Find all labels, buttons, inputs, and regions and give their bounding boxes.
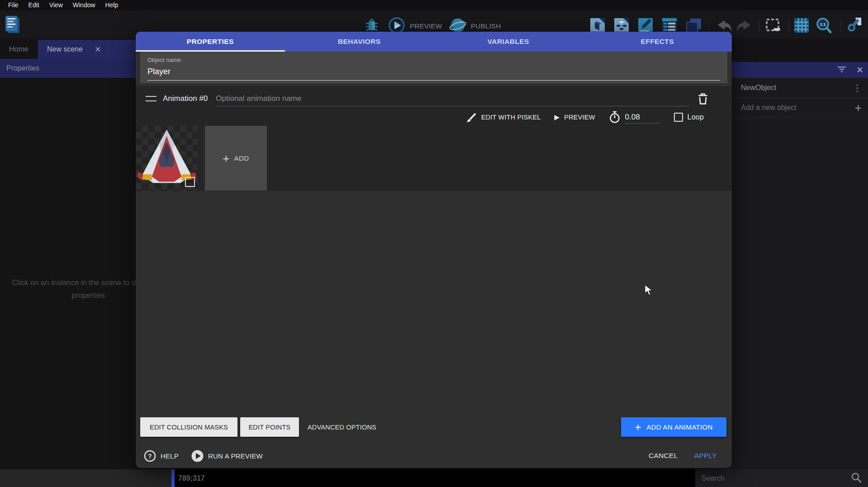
- animation-name-input[interactable]: [216, 91, 689, 106]
- animation-section: Animation #0 EDIT WITH PISKEL: [136, 86, 732, 191]
- edit-collision-masks-button[interactable]: EDIT COLLISION MASKS: [140, 417, 237, 437]
- menu-window[interactable]: Window: [68, 0, 100, 10]
- status-bar: 789;317: [0, 469, 868, 487]
- help-icon: ?: [144, 450, 156, 462]
- properties-panel-title: Properties: [6, 64, 39, 72]
- add-frame-button[interactable]: + ADD: [205, 126, 267, 191]
- search-icon[interactable]: [851, 472, 862, 485]
- svg-text:1:1: 1:1: [820, 22, 825, 27]
- add-animation-label: ADD AN ANIMATION: [646, 423, 712, 431]
- search-input[interactable]: [702, 474, 851, 482]
- menu-edit[interactable]: Edit: [24, 0, 44, 10]
- trash-icon: [697, 91, 709, 106]
- object-editor-dialog: PROPERTIES BEHAVIORS VARIABLES EFFECTS O…: [136, 32, 732, 468]
- object-name-label: NewObject: [741, 84, 853, 92]
- apply-button[interactable]: APPLY: [694, 452, 717, 460]
- menu-bar: File Edit View Window Help: [0, 0, 868, 10]
- preview-button[interactable]: PREVIEW: [410, 22, 442, 30]
- filter-icon[interactable]: [837, 66, 846, 75]
- advanced-options-button[interactable]: ADVANCED OPTIONS: [301, 417, 383, 437]
- mouse-cursor: [644, 284, 654, 298]
- cursor-coordinates: 789;317: [178, 474, 205, 482]
- preview-animation-label: PREVIEW: [564, 114, 595, 121]
- settings-wrench-icon[interactable]: [845, 17, 862, 34]
- loop-toggle[interactable]: Loop: [674, 113, 704, 122]
- svg-text:?: ?: [148, 452, 152, 459]
- redo-icon[interactable]: [736, 17, 754, 34]
- menu-view[interactable]: View: [45, 0, 67, 10]
- grid-icon[interactable]: [793, 17, 810, 34]
- edit-with-piskel-button[interactable]: EDIT WITH PISKEL: [466, 112, 541, 123]
- cancel-button[interactable]: CANCEL: [649, 452, 678, 460]
- object-name-label: Object name: [147, 57, 720, 63]
- drag-handle-icon[interactable]: [146, 96, 157, 101]
- plus-icon: +: [223, 153, 229, 164]
- dialog-tab-bar: PROPERTIES BEHAVIORS VARIABLES EFFECTS: [136, 32, 732, 52]
- search-bar: [695, 469, 868, 487]
- dialog-tab-properties[interactable]: PROPERTIES: [136, 32, 285, 52]
- delete-animation-button[interactable]: [694, 90, 712, 108]
- animation-tools-row: EDIT WITH PISKEL ▶ PREVIEW: [136, 109, 732, 126]
- scene-canvas-strip[interactable]: 789;317: [175, 469, 695, 487]
- animation-title: Animation #0: [163, 94, 208, 103]
- add-animation-button[interactable]: + ADD AN ANIMATION: [621, 417, 726, 437]
- run-preview-icon: [191, 450, 204, 462]
- project-manager-icon[interactable]: [3, 15, 23, 35]
- sprite-frame-thumbnail[interactable]: [136, 126, 198, 191]
- time-between-frames-input[interactable]: [625, 111, 660, 124]
- edit-points-button[interactable]: EDIT POINTS: [240, 417, 299, 437]
- add-object-plus-icon[interactable]: +: [855, 102, 862, 114]
- publish-button[interactable]: PUBLISH: [471, 22, 501, 30]
- animation-header-row: Animation #0: [136, 89, 732, 109]
- tab-new-scene[interactable]: New scene ✕: [38, 40, 137, 59]
- run-a-preview-button[interactable]: RUN A PREVIEW: [191, 450, 263, 462]
- preview-animation-button[interactable]: ▶ PREVIEW: [555, 113, 595, 121]
- dialog-buttons-row: EDIT COLLISION MASKS EDIT POINTS ADVANCE…: [136, 417, 732, 437]
- run-a-preview-label: RUN A PREVIEW: [208, 452, 263, 460]
- object-name-input[interactable]: [147, 63, 720, 81]
- timer-icon: [609, 111, 621, 124]
- canvas-edge-highlight: [171, 469, 175, 487]
- tab-home-label: Home: [9, 45, 28, 53]
- object-name-block: Object name: [140, 52, 727, 83]
- frame-select-checkbox[interactable]: [185, 177, 195, 187]
- help-button[interactable]: ? HELP: [144, 450, 179, 462]
- gdevelop-app: File Edit View Window Help: [0, 0, 868, 487]
- loop-checkbox[interactable]: [674, 113, 683, 122]
- edit-with-piskel-label: EDIT WITH PISKEL: [481, 114, 541, 121]
- dialog-footer: ? HELP RUN A PREVIEW CANCEL APPLY: [136, 444, 732, 468]
- play-icon: ▶: [555, 113, 560, 121]
- frames-row: + ADD: [136, 126, 267, 191]
- menu-file[interactable]: File: [4, 0, 23, 10]
- object-menu-icon[interactable]: ⋮: [853, 83, 862, 92]
- tab-new-scene-label: New scene: [47, 45, 83, 53]
- add-frame-label: ADD: [234, 154, 249, 162]
- time-between-frames-field: [609, 111, 660, 124]
- zoom-1-1-icon[interactable]: 1:1: [815, 17, 832, 34]
- add-object-label: Add a new object: [741, 104, 855, 112]
- tab-home[interactable]: Home: [0, 40, 38, 59]
- close-panel-icon[interactable]: ✕: [856, 65, 863, 75]
- menu-help[interactable]: Help: [101, 0, 123, 10]
- loop-label: Loop: [688, 113, 704, 121]
- plus-icon: +: [635, 422, 641, 433]
- dialog-tab-variables[interactable]: VARIABLES: [434, 32, 583, 52]
- dialog-tab-behaviors[interactable]: BEHAVIORS: [285, 32, 434, 52]
- dialog-tab-effects[interactable]: EFFECTS: [583, 32, 732, 52]
- brush-icon: [466, 112, 477, 123]
- help-label: HELP: [161, 452, 179, 460]
- delete-selection-icon[interactable]: [764, 17, 782, 34]
- tab-close-icon[interactable]: ✕: [95, 45, 101, 54]
